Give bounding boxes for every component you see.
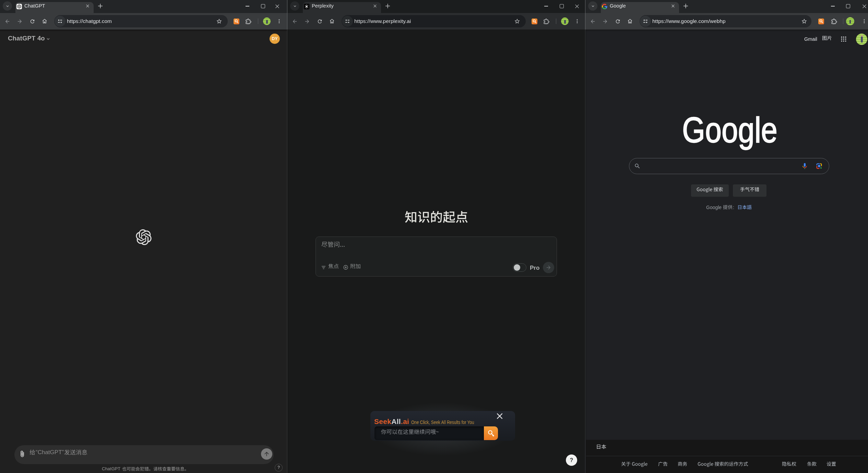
svg-text:Google: Google (682, 112, 777, 150)
